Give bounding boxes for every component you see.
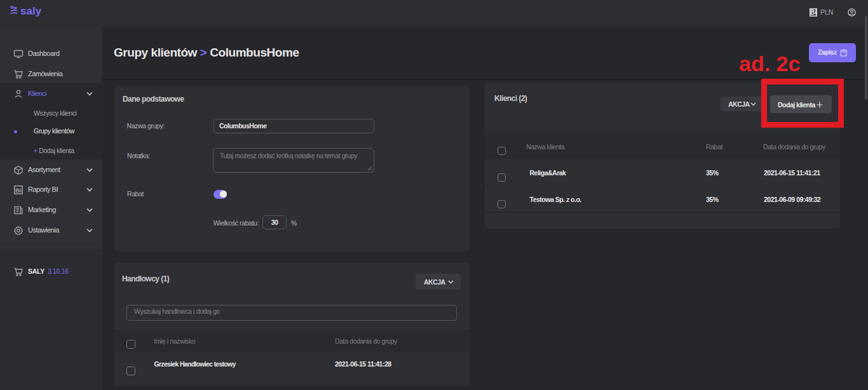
- svg-text:Bi: Bi: [810, 9, 817, 16]
- svg-text:Bi: Bi: [15, 187, 22, 194]
